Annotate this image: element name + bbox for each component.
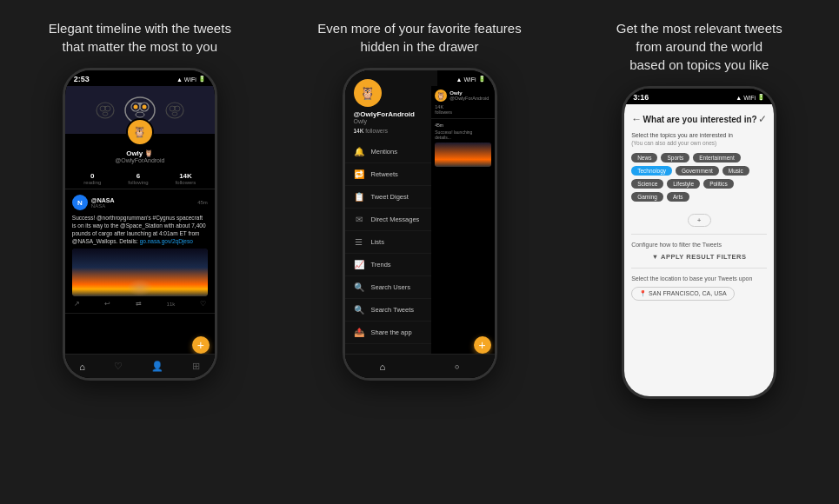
location-section-title: Select the location to base your Tweets … [631,275,767,282]
p3-subtitle: Select the topics you are interested in [631,132,767,138]
launch-smoke [127,279,153,296]
p2-stats: 14K followers [354,128,429,134]
p2-name: @OwlyForAndroid [354,110,429,118]
topic-news[interactable]: News [631,153,657,162]
reply-icon[interactable]: ↩ [104,300,110,308]
location-pill[interactable]: 📍 SAN FRANCISCO, CA, USA [631,287,734,301]
person-nav-icon[interactable]: 👤 [151,361,163,372]
search-users-icon: 🔍 [354,282,364,292]
menu-share-app[interactable]: 📤 Share the app [345,322,438,344]
p1-handle: @OwlyForAndroid [65,157,215,163]
tweet-card[interactable]: N @NASA NASA 45m Success! @northropgrumm… [65,189,215,314]
divider-2 [631,268,767,269]
tweet-time: 45m [197,200,208,205]
p2-avatar: 🦉 [354,79,382,107]
tweet-image [72,249,208,296]
status-bar-1: 2:53 ▲ WiFi 🔋 [65,70,215,86]
p3-content: ← What are you interested in? ✓ Select t… [624,104,774,396]
stat-following: 6 following [128,172,148,185]
menu-trends[interactable]: 📈 Trends [345,254,438,276]
stat-reading: 0 reading [83,172,101,185]
retweet-icon[interactable]: ⇄ [136,300,142,308]
phone-3: 3:16 ▲ WiFi 🔋 ← What are you interested … [622,86,776,399]
p2-fab-button[interactable]: + [474,336,491,354]
phone-3-screen: 3:16 ▲ WiFi 🔋 ← What are you interested … [624,89,774,396]
topic-politics[interactable]: Politics [703,179,734,189]
svg-point-3 [103,112,108,116]
topic-arts[interactable]: Arts [667,192,689,202]
main-container: Elegant timeline with the tweets that ma… [0,0,839,504]
lists-icon: ☰ [354,237,364,247]
p2-circle-icon[interactable]: ○ [455,362,459,371]
retweets-icon: 🔁 [354,169,364,179]
menu-dms[interactable]: ✉ Direct Messages [345,209,438,231]
status-icons-3: ▲ WiFi 🔋 [736,94,765,101]
caption-1: Elegant timeline with the tweets that ma… [49,19,231,56]
topic-music[interactable]: Music [722,166,749,176]
tweet-avatar: N [72,195,88,210]
tweet-user-info: @NASA NASA [91,197,194,209]
p2-handle: Owly [354,118,429,124]
p1-stats: 0 reading 6 following 14K followers [65,169,215,189]
status-icons-1: ▲ WiFi 🔋 [176,76,206,83]
tweet-header: N @NASA NASA 45m [72,195,208,210]
topic-government[interactable]: Government [676,166,719,176]
search-nav-icon[interactable]: ⊞ [192,361,200,372]
panel-3: Get the most relevant tweets from around… [559,0,839,504]
p3-sub2: (You can also add your own ones) [631,140,767,146]
check-button[interactable]: ✓ [758,113,767,125]
svg-point-8 [133,104,137,109]
topic-entertainment[interactable]: Entertainment [693,153,740,162]
topic-gaming[interactable]: Gaming [631,192,663,202]
home-nav-icon[interactable]: ⌂ [79,361,85,372]
mentions-icon: 🔔 [354,147,364,156]
menu-lists[interactable]: ☰ Lists [345,231,438,254]
menu-search-users[interactable]: 🔍 Search Users [345,276,438,299]
divider-1 [631,234,767,235]
topic-technology[interactable]: Technology [631,166,672,176]
phone-2-screen: 2:53 ▲ WiFi 🔋 🦉 @OwlyForAndroid Owly [345,70,495,378]
caption-3: Get the most relevant tweets from around… [616,19,782,74]
phone-1: 2:53 ▲ WiFi 🔋 [63,68,217,381]
p2-home-icon[interactable]: ⌂ [379,361,385,372]
p3-topbar: ← What are you interested in? ✓ [631,111,767,132]
owl-right-icon [165,102,184,119]
topic-sports[interactable]: Sports [661,153,689,162]
svg-point-15 [172,112,177,116]
add-topic-button[interactable]: + [688,214,711,227]
stat-followers: 14K followers [176,172,196,185]
back-button[interactable]: ← [631,113,642,125]
digest-icon: 📋 [354,192,364,202]
bottom-nav: ⌂ ♡ 👤 ⊞ [65,354,215,378]
launch-image [72,249,208,296]
panel-1: Elegant timeline with the tweets that ma… [0,0,280,504]
p1-avatar: 🦉 [126,118,154,146]
menu-tweet-digest[interactable]: 📋 Tweet Digest [345,186,438,209]
panel-2: Even more of your favorite features hidd… [280,0,560,504]
topic-science[interactable]: Science [631,179,663,189]
like-icon[interactable]: ♡ [200,300,206,308]
dm-icon: ✉ [354,215,364,224]
fab-button[interactable]: + [192,336,210,354]
topic-lifestyle[interactable]: Lifestyle [667,179,700,189]
heart-nav-icon[interactable]: ♡ [114,361,123,372]
p1-cover: 🦉 [65,86,215,134]
phone-1-screen: 2:53 ▲ WiFi 🔋 [65,70,215,378]
svg-point-9 [142,104,146,109]
menu-retweets[interactable]: 🔁 Retweets [345,163,438,186]
phone-2: 2:53 ▲ WiFi 🔋 🦉 @OwlyForAndroid Owly [343,68,497,381]
filter-section-title: Configure how to filter the Tweets [631,242,767,248]
menu-mentions[interactable]: 🔔 Mentions [345,141,438,163]
tweet-actions: ↗ ↩ ⇄ 11k ♡ [72,300,208,308]
tweet-text: Success! @northropgrumman's #Cygnus spac… [72,214,208,245]
status-bar-3: 3:16 ▲ WiFi 🔋 [624,89,774,104]
trends-icon: 📈 [354,260,364,269]
p2-drawer: 🦉 @OwlyForAndroid Owly 14K followers 🔔 M… [345,70,438,378]
svg-point-10 [136,112,144,117]
menu-search-tweets[interactable]: 🔍 Search Tweets [345,299,438,322]
p3-title: What are you interested in? [643,115,757,124]
apply-filters-button[interactable]: ▼ APPLY RESULT FILTERS [631,253,767,261]
retweet-count: 11k [167,302,176,307]
share-icon[interactable]: ↗ [74,300,80,308]
topics-container: News Sports Entertainment Technology Gov… [631,153,767,202]
